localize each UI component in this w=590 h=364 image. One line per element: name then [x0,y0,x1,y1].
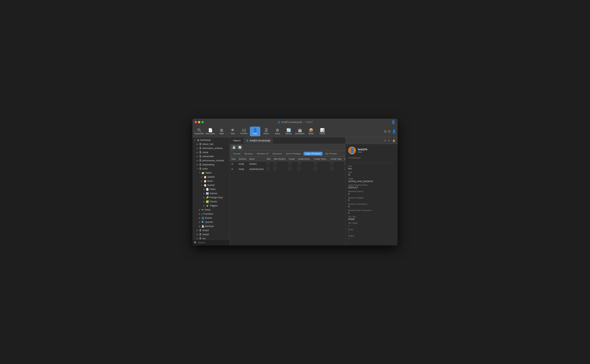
prop-val: 0 [348,199,395,202]
cell-alter-routine[interactable] [272,167,287,172]
toolbar-model[interactable]: 📦 Model [306,127,316,136]
save-button[interactable]: 💾 [231,145,236,150]
db-icon: 🗄 [199,168,201,170]
toolbar-query[interactable]: ⚙ Query [272,127,283,136]
toolbar-function[interactable]: ƒ() Function [239,127,249,136]
info-icon[interactable]: ℹ [384,139,386,142]
toolbar-new-query[interactable]: 📄 New Query [205,127,215,136]
search-input[interactable] [198,241,228,244]
sidebar-item-information-schema[interactable]: ▶ 🗄 information_schema [192,146,230,150]
checkbox-create-temp[interactable] [314,162,317,165]
sidebar-item-mysql[interactable]: ▶ 🗄 mysql [192,150,230,154]
close-button[interactable] [195,121,197,123]
cell-create-temp[interactable] [312,167,329,172]
sidebar-item-backups[interactable]: ▶ 💾 Backups [192,224,230,228]
checkbox-alter[interactable] [267,168,269,170]
view-toggle-icon[interactable]: ⊟ [384,130,387,133]
sidebar-item-triggers[interactable]: ▶ ⚡ Triggers [192,204,230,208]
table-row[interactable]: ⊞ study student [230,161,345,167]
checkbox-alter-routine[interactable] [274,168,276,170]
minimize-button[interactable] [198,121,200,123]
checkbox-create-routine[interactable] [298,162,300,165]
sidebar-item-onlineorder[interactable]: ▶ 🗄 onlineOrder [192,154,230,158]
backup-icon: 🔄 [286,128,291,132]
sidebar-item-indexes[interactable]: ▶ 🔤 Indexes [192,191,230,195]
sidebar-item-fields[interactable]: ▶ 📑 Fields [192,187,230,191]
sidebar-item-foreign-keys[interactable]: ▶ 🔑 Foreign Keys [192,195,230,200]
sidebar-item-tables-folder[interactable]: ▼ 📁 Tables [192,171,230,175]
tab-user[interactable]: 👤 test@% (localmysql) [243,138,273,143]
cell-create-view[interactable] [329,167,343,172]
cell-create-view[interactable] [329,161,343,167]
fullscreen-button[interactable] [201,121,204,123]
toolbar-user[interactable]: 👤 User [250,127,260,136]
table-row[interactable]: ⊞ study student(name) [230,167,345,172]
toolbar-charts[interactable]: 📊 Charts [317,127,327,136]
checkbox-create[interactable] [289,168,291,170]
nav-tab-sql-preview[interactable]: SQL Preview [323,152,339,156]
panel-toggle-icon[interactable]: ⊡ [388,130,390,133]
sidebar-item-study2[interactable]: ▶ 🗄 study2 [192,228,230,232]
nav-tab-server-privileges[interactable]: Server Privileges [284,152,303,156]
sidebar-item-functions[interactable]: ▶ ƒ Functions [192,212,230,216]
toolbar-others[interactable]: ☰ Others [261,127,272,136]
checkbox-create-view[interactable] [331,162,333,165]
prop-key: Maximum Queries [348,190,395,192]
checkbox-alter[interactable] [267,162,269,165]
nav-tab-advanced[interactable]: Advanced [271,152,284,156]
sidebar-item-label: Foreign Keys [210,196,230,199]
tab-objects[interactable]: Objects [230,138,243,143]
sidebar-item-localmysql[interactable]: ▼ 🖥 localmysql [192,138,230,142]
cell-delete[interactable] [343,167,345,172]
toolbar-table-label: Table [219,133,224,135]
cell-delete[interactable] [343,161,345,167]
cell-alter[interactable] [265,161,272,167]
sidebar-item-ebean-test[interactable]: ▶ 🗄 ebean_test [192,142,230,146]
cell-create-routine[interactable] [296,167,312,172]
table-type-icon: ⊞ [231,162,233,165]
sidebar-item-staybooking[interactable]: ▶ 🗄 staybooking [192,162,230,167]
checkbox-create-temp[interactable] [314,168,317,170]
cell-create[interactable] [287,167,296,172]
toolbar-profile-icon[interactable]: 👤 [392,130,396,134]
nav-tab-members[interactable]: Members [243,152,255,156]
prop-val: 0 [348,205,395,208]
sidebar-item-performance-schema[interactable]: ▶ 🗄 performance_schema [192,158,230,162]
reload-button[interactable]: 🔄 [237,145,242,150]
cell-alter-routine[interactable] [272,161,287,167]
lock-icon[interactable]: 🔒 [392,139,396,142]
prop-max-connections: Maximum Connections 0 [348,203,395,208]
sidebar-item-events[interactable]: ▶ 🌐 Events [192,216,230,220]
checkbox-create[interactable] [289,162,291,165]
cell-create-routine[interactable] [296,161,312,167]
sidebar-item-views[interactable]: ▶ 👁 Views [192,208,230,212]
sidebar-item-teacher[interactable]: ▼ 📋 teacher [192,183,230,187]
checkbox-create-view[interactable] [331,168,333,170]
checkbox-alter-routine[interactable] [274,162,276,165]
nav-tab-members-of[interactable]: Members Of [255,152,270,156]
toolbar-backup[interactable]: 🔄 Backup [283,127,294,136]
cell-alter[interactable] [265,167,272,172]
sidebar-item-student[interactable]: ▶ 📋 student [192,175,230,179]
sidebar-item-study4[interactable]: ▶ 🗄 study4 [192,232,230,236]
toolbar-connection[interactable]: 🔌 Connection [194,127,204,136]
cell-create[interactable] [287,161,296,167]
sidebar-item-study[interactable]: ▼ 🗄 study [192,167,230,171]
cell-create-temp[interactable] [312,161,329,167]
checkbox-create-routine[interactable] [298,168,300,170]
nav-tab-members-label: Members [245,153,253,155]
toolbar-table[interactable]: ⊞ Table [216,127,227,136]
list-icon[interactable]: ≡ [388,139,390,142]
sidebar-item-sys[interactable]: ▶ 🗄 sys [192,236,230,240]
sidebar-item-checks[interactable]: ▶ ✅ Checks [192,200,230,204]
toolbar-view[interactable]: 👁 View [227,127,238,136]
toolbar-automation[interactable]: 🤖 Automation [295,127,305,136]
prop-host: Host % [348,171,395,176]
sidebar-item-teach[interactable]: ▶ 📋 teach [192,179,230,183]
window-subtitle: — [303,121,305,124]
toolbar-new-query-label: New Query [206,133,215,135]
nav-tab-object-privileges[interactable]: Object Privileges [304,152,323,156]
nav-tab-general[interactable]: General [231,152,242,156]
sidebar-item-queries[interactable]: ▶ 🔍 Queries [192,220,230,224]
privileges-table: Type Schema Name Alter Alter Routine Cre… [230,157,345,172]
